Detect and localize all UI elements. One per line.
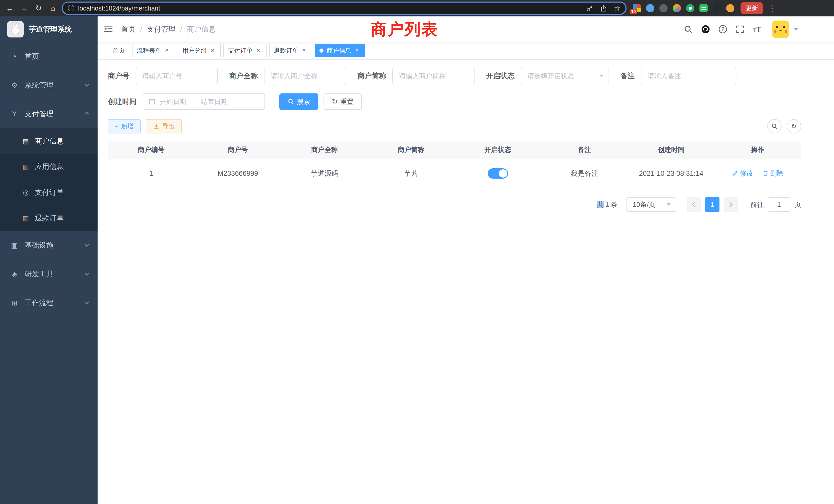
url-host: localhost xyxy=(78,5,104,12)
browser-nav-buttons: ← → ↻ ⌂ xyxy=(3,2,60,15)
extension-orange-icon[interactable] xyxy=(726,4,734,12)
merchant-no-label: 商户号 xyxy=(108,71,136,81)
chevron-down-icon xyxy=(599,75,603,77)
toggle-search-button[interactable] xyxy=(767,119,782,134)
status-select[interactable]: 请选择开启状态 xyxy=(521,68,609,84)
next-page-button[interactable] xyxy=(724,197,738,212)
annotation-merchant-list: 商户列表 xyxy=(371,19,439,40)
gear-icon: ⚙ xyxy=(10,81,19,90)
github-icon[interactable] xyxy=(701,25,710,33)
prev-page-button[interactable] xyxy=(687,197,701,212)
breadcrumb-section[interactable]: 支付管理 xyxy=(147,24,176,34)
search-icon xyxy=(771,123,778,130)
goto-suffix: 页 xyxy=(794,200,801,209)
browser-toolbar: ← → ↻ ⌂ ⓘ localhost:1024/pay/merchant ☆ … xyxy=(0,0,834,17)
bookmark-star-icon[interactable]: ☆ xyxy=(614,4,620,13)
url-path: :1024/pay/merchant xyxy=(104,5,160,12)
breadcrumb-home[interactable]: 首页 xyxy=(121,24,136,34)
menu-label: 工作流程 xyxy=(25,298,53,308)
tab-pay-order[interactable]: 支付订单× xyxy=(223,44,266,57)
sidebar-item-system[interactable]: ⚙ 系统管理 xyxy=(0,71,97,99)
menu-label: 应用信息 xyxy=(35,162,64,172)
extension-grid-icon[interactable]: 10 xyxy=(633,4,641,12)
export-button[interactable]: 导出 xyxy=(146,119,182,134)
help-icon[interactable]: ? xyxy=(719,25,727,33)
merchant-no-input[interactable] xyxy=(136,68,218,84)
sidebar: 芋道管理系统 ◔ 首页 ⚙ 系统管理 ¥ 支付管理 xyxy=(0,17,97,504)
goto-page-input[interactable] xyxy=(768,197,790,212)
sidebar-item-merchant-info[interactable]: ▤ 商户信息 xyxy=(0,128,97,154)
tab-home[interactable]: 首页 xyxy=(108,44,129,57)
menu-label: 支付管理 xyxy=(25,109,53,119)
close-icon[interactable]: × xyxy=(163,47,171,54)
address-bar[interactable]: ⓘ localhost:1024/pay/merchant ☆ xyxy=(62,2,627,15)
goto-label: 前往 xyxy=(750,200,764,209)
browser-home-icon[interactable]: ⌂ xyxy=(46,2,60,15)
extension-github-icon[interactable] xyxy=(713,4,721,12)
add-button[interactable]: + 新增 xyxy=(108,119,141,134)
search-button[interactable]: 搜索 xyxy=(279,93,319,110)
extension-dark-icon[interactable] xyxy=(659,4,667,12)
browser-back-icon[interactable]: ← xyxy=(3,2,17,15)
page-1-button[interactable]: 1 xyxy=(705,197,720,212)
extension-blue-icon[interactable] xyxy=(646,4,654,12)
browser-menu-icon[interactable]: ⋮ xyxy=(768,4,776,13)
browser-update-button[interactable]: 更新 xyxy=(741,2,763,14)
sidebar-item-infrastructure[interactable]: ▣ 基础设施 xyxy=(0,231,97,260)
screen: ← → ↻ ⌂ ⓘ localhost:1024/pay/merchant ☆ … xyxy=(0,0,834,504)
sidebar-item-home[interactable]: ◔ 首页 xyxy=(0,42,97,71)
browser-forward-icon[interactable]: → xyxy=(18,2,31,15)
refund-order-icon: ▥ xyxy=(22,214,30,222)
breadcrumb-separator: / xyxy=(140,25,142,33)
site-info-icon[interactable]: ⓘ xyxy=(68,4,74,13)
search-icon[interactable] xyxy=(684,25,693,33)
sidebar-toggle-icon[interactable] xyxy=(104,24,114,35)
tab-label: 用户分组 xyxy=(182,46,207,55)
sidebar-item-app-info[interactable]: ▦ 应用信息 xyxy=(0,154,97,180)
short-name-input[interactable] xyxy=(392,68,475,84)
refresh-table-button[interactable]: ↻ xyxy=(787,119,801,134)
edit-link[interactable]: 修改 xyxy=(732,169,753,178)
extension-green-note-icon[interactable] xyxy=(699,4,708,12)
tab-user-group[interactable]: 用户分组× xyxy=(178,44,221,57)
navbar-actions: ? TT xyxy=(684,21,798,38)
chevron-down-icon xyxy=(666,203,671,206)
remark-input[interactable] xyxy=(641,68,737,84)
tab-refund-order[interactable]: 退款订单× xyxy=(269,44,312,57)
browser-reload-icon[interactable]: ↻ xyxy=(32,2,45,15)
full-name-label: 商户全称 xyxy=(229,71,264,81)
sidebar-item-refund-order[interactable]: ▥ 退款订单 xyxy=(0,205,97,231)
font-size-icon[interactable]: TT xyxy=(753,25,761,33)
breadcrumb: 首页 / 支付管理 / 商户信息 xyxy=(121,24,216,34)
user-avatar[interactable] xyxy=(772,21,789,38)
password-key-icon[interactable] xyxy=(586,5,593,12)
extension-green-check-icon[interactable] xyxy=(686,4,694,12)
status-toggle[interactable] xyxy=(488,168,508,179)
reset-button[interactable]: ↻ 重置 xyxy=(324,93,362,110)
extension-avatar-icon[interactable] xyxy=(673,4,681,12)
tab-process-form[interactable]: 流程表单× xyxy=(132,44,175,57)
tab-merchant-info[interactable]: 商户信息× xyxy=(315,44,365,57)
sidebar-item-workflow[interactable]: ⊞ 工作流程 xyxy=(0,289,97,317)
avatar-eye xyxy=(776,26,778,28)
sidebar-item-devtools[interactable]: ◈ 研发工具 xyxy=(0,260,97,289)
fullscreen-icon[interactable] xyxy=(736,25,744,33)
close-icon[interactable]: × xyxy=(353,47,360,54)
share-icon[interactable] xyxy=(600,5,607,12)
close-icon[interactable]: × xyxy=(301,47,308,54)
app-logo[interactable]: 芋道管理系统 xyxy=(0,17,97,42)
close-icon[interactable]: × xyxy=(209,47,216,54)
sidebar-item-payment[interactable]: ¥ 支付管理 xyxy=(0,99,97,128)
create-time-range-picker[interactable]: 开始日期 - 结束日期 xyxy=(143,93,265,110)
page-size-select[interactable]: 10条/页 xyxy=(626,197,676,212)
payment-submenu: ▤ 商户信息 ▦ 应用信息 ◎ 支付订单 ▥ 退款订单 xyxy=(0,128,97,231)
chevron-down-icon xyxy=(85,271,89,276)
remark-field: 备注 xyxy=(620,68,737,84)
close-icon[interactable]: × xyxy=(255,47,262,54)
delete-link[interactable]: 删除 xyxy=(762,169,784,178)
plus-icon: + xyxy=(115,123,118,130)
status-select-placeholder: 请选择开启状态 xyxy=(527,72,574,81)
full-name-input[interactable] xyxy=(264,68,346,84)
sidebar-item-pay-order[interactable]: ◎ 支付订单 xyxy=(0,180,97,205)
caret-down-icon[interactable] xyxy=(794,28,798,30)
